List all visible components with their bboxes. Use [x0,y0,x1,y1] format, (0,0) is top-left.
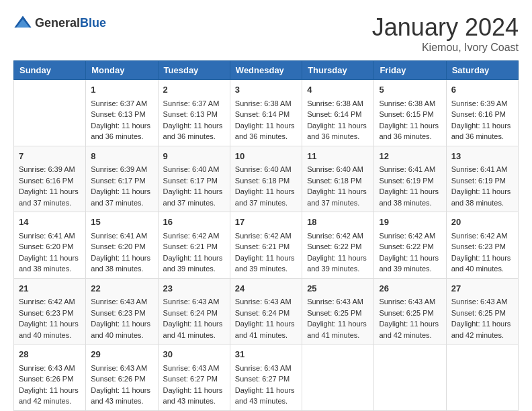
day-number: 28 [19,348,81,361]
calendar-header-sunday: Sunday [14,61,86,80]
day-number: 2 [163,83,225,97]
calendar-cell: 23Sunrise: 6:43 AMSunset: 6:24 PMDayligh… [158,278,230,345]
sunset-time: Sunset: 6:13 PM [91,109,152,120]
sunset-time: Sunset: 6:18 PM [307,175,369,187]
sunset-time: Sunset: 6:20 PM [19,241,81,253]
sunrise-time: Sunrise: 6:41 AM [19,230,81,242]
calendar-header-monday: Monday [86,61,158,80]
sunrise-time: Sunrise: 6:41 AM [451,164,513,175]
sunrise-time: Sunrise: 6:42 AM [451,230,513,242]
calendar-cell: 5Sunrise: 6:38 AMSunset: 6:15 PMDaylight… [374,80,446,146]
calendar-cell: 18Sunrise: 6:42 AMSunset: 6:22 PMDayligh… [302,212,374,279]
sunrise-time: Sunrise: 6:37 AM [91,98,152,109]
sunset-time: Sunset: 6:24 PM [235,308,297,319]
daylight-hours: Daylight: 11 hours and 37 minutes. [235,186,297,208]
day-number: 30 [163,348,225,361]
sunset-time: Sunset: 6:19 PM [379,175,441,187]
day-number: 21 [19,282,81,295]
sunset-time: Sunset: 6:16 PM [451,109,513,120]
week-row-4: 21Sunrise: 6:42 AMSunset: 6:23 PMDayligh… [14,278,519,345]
daylight-hours: Daylight: 11 hours and 37 minutes. [19,186,81,208]
calendar-cell: 11Sunrise: 6:40 AMSunset: 6:18 PMDayligh… [302,146,374,212]
day-number: 1 [91,83,152,97]
sunset-time: Sunset: 6:25 PM [451,308,513,319]
calendar-cell: 15Sunrise: 6:41 AMSunset: 6:20 PMDayligh… [86,212,158,279]
sunset-time: Sunset: 6:26 PM [91,373,152,385]
calendar-header-saturday: Saturday [446,61,518,80]
logo: GeneralBlue [13,13,106,32]
sunrise-time: Sunrise: 6:43 AM [163,296,225,308]
calendar-header-thursday: Thursday [302,61,374,80]
calendar-cell: 3Sunrise: 6:38 AMSunset: 6:14 PMDaylight… [230,80,302,146]
daylight-hours: Daylight: 11 hours and 37 minutes. [91,186,152,208]
calendar-cell: 20Sunrise: 6:42 AMSunset: 6:23 PMDayligh… [446,212,518,279]
calendar-cell: 22Sunrise: 6:43 AMSunset: 6:23 PMDayligh… [86,278,158,345]
sunrise-time: Sunrise: 6:43 AM [91,296,152,308]
logo-general: General [35,16,80,30]
logo-icon [13,13,32,32]
calendar-cell: 4Sunrise: 6:38 AMSunset: 6:14 PMDaylight… [302,80,374,146]
calendar-cell: 1Sunrise: 6:37 AMSunset: 6:13 PMDaylight… [86,80,158,146]
day-number: 10 [235,150,297,163]
day-number: 29 [91,348,152,361]
sunrise-time: Sunrise: 6:39 AM [19,164,81,175]
daylight-hours: Daylight: 11 hours and 40 minutes. [451,253,513,275]
sunset-time: Sunset: 6:21 PM [235,241,297,253]
sunrise-time: Sunrise: 6:40 AM [163,164,225,175]
sunrise-time: Sunrise: 6:43 AM [235,296,297,308]
day-number: 18 [307,216,369,229]
daylight-hours: Daylight: 11 hours and 36 minutes. [379,120,441,142]
sunset-time: Sunset: 6:16 PM [19,175,81,187]
sunset-time: Sunset: 6:13 PM [163,109,225,120]
daylight-hours: Daylight: 11 hours and 43 minutes. [163,385,225,407]
calendar-cell: 30Sunrise: 6:43 AMSunset: 6:27 PMDayligh… [158,345,230,411]
daylight-hours: Daylight: 11 hours and 42 minutes. [379,318,441,340]
daylight-hours: Daylight: 11 hours and 41 minutes. [163,318,225,340]
sunrise-time: Sunrise: 6:43 AM [307,296,369,308]
day-number: 12 [379,150,441,163]
calendar-cell: 17Sunrise: 6:42 AMSunset: 6:21 PMDayligh… [230,212,302,279]
daylight-hours: Daylight: 11 hours and 38 minutes. [379,186,441,208]
calendar-cell: 19Sunrise: 6:42 AMSunset: 6:22 PMDayligh… [374,212,446,279]
title-block: January 2024 Kiemou, Ivory Coast [372,13,519,54]
daylight-hours: Daylight: 11 hours and 41 minutes. [235,318,297,340]
calendar-cell: 25Sunrise: 6:43 AMSunset: 6:25 PMDayligh… [302,278,374,345]
day-number: 24 [235,282,297,295]
calendar-cell [446,345,518,411]
sunset-time: Sunset: 6:21 PM [163,241,225,253]
daylight-hours: Daylight: 11 hours and 42 minutes. [19,385,81,407]
sunrise-time: Sunrise: 6:39 AM [91,164,152,175]
sunrise-time: Sunrise: 6:38 AM [379,98,441,109]
sunrise-time: Sunrise: 6:39 AM [451,98,513,109]
sunrise-time: Sunrise: 6:43 AM [163,363,225,374]
day-number: 8 [91,150,152,163]
sunset-time: Sunset: 6:15 PM [379,109,441,120]
day-number: 22 [91,282,152,295]
sunset-time: Sunset: 6:14 PM [235,109,297,120]
sunset-time: Sunset: 6:18 PM [235,175,297,187]
calendar-cell [302,345,374,411]
calendar-cell: 2Sunrise: 6:37 AMSunset: 6:13 PMDaylight… [158,80,230,146]
sunset-time: Sunset: 6:25 PM [379,308,441,319]
sunset-time: Sunset: 6:23 PM [91,308,152,319]
calendar-cell: 14Sunrise: 6:41 AMSunset: 6:20 PMDayligh… [14,212,86,279]
sunrise-time: Sunrise: 6:37 AM [163,98,225,109]
day-number: 15 [91,216,152,229]
daylight-hours: Daylight: 11 hours and 39 minutes. [235,253,297,275]
calendar-cell: 26Sunrise: 6:43 AMSunset: 6:25 PMDayligh… [374,278,446,345]
week-row-2: 7Sunrise: 6:39 AMSunset: 6:16 PMDaylight… [14,146,519,212]
calendar-header-friday: Friday [374,61,446,80]
sunrise-time: Sunrise: 6:42 AM [307,230,369,242]
week-row-5: 28Sunrise: 6:43 AMSunset: 6:26 PMDayligh… [14,345,519,411]
calendar-cell: 24Sunrise: 6:43 AMSunset: 6:24 PMDayligh… [230,278,302,345]
sunset-time: Sunset: 6:17 PM [163,175,225,187]
daylight-hours: Daylight: 11 hours and 38 minutes. [451,186,513,208]
sunrise-time: Sunrise: 6:40 AM [235,164,297,175]
sunrise-time: Sunrise: 6:42 AM [379,230,441,242]
sunrise-time: Sunrise: 6:43 AM [379,296,441,308]
day-number: 27 [451,282,513,295]
daylight-hours: Daylight: 11 hours and 43 minutes. [235,385,297,407]
day-number: 3 [235,83,297,97]
calendar-cell: 6Sunrise: 6:39 AMSunset: 6:16 PMDaylight… [446,80,518,146]
day-number: 9 [163,150,225,163]
